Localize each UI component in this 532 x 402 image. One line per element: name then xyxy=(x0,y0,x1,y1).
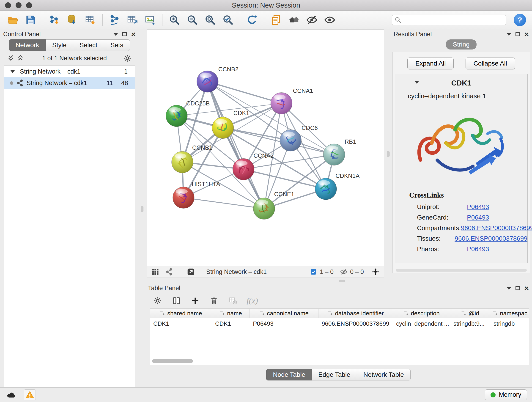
network-collection-row[interactable]: String Network – cdk1 1 xyxy=(4,66,135,77)
crosslink-link[interactable]: P06493 xyxy=(467,245,489,253)
network-node-cdc6[interactable] xyxy=(280,130,301,151)
delete-table-button[interactable] xyxy=(228,296,238,306)
crosslink-link[interactable]: P06493 xyxy=(467,214,489,221)
panel-float-icon[interactable] xyxy=(122,32,127,36)
crosslink-link[interactable]: 9606.ENSP00000378699 xyxy=(461,224,532,232)
copy-button[interactable] xyxy=(268,12,284,27)
new-network-button[interactable] xyxy=(106,12,123,27)
tab-sets[interactable]: Sets xyxy=(104,39,130,51)
show-details-button[interactable] xyxy=(322,12,338,27)
function-builder-button[interactable]: f(x) xyxy=(247,296,258,306)
panel-menu-icon[interactable] xyxy=(113,33,118,36)
table-horizontal-scrollbar[interactable] xyxy=(152,359,193,363)
column-header-canonical-name[interactable]: canonical name xyxy=(250,309,318,318)
tab-style[interactable]: Style xyxy=(46,39,73,51)
search-input[interactable] xyxy=(392,15,506,25)
birdseye-view-button[interactable] xyxy=(150,267,161,277)
column-header-description[interactable]: description xyxy=(393,309,450,318)
expand-all-icon[interactable] xyxy=(17,54,24,62)
table-row[interactable]: CDK1 CDK1 P06493 9606.ENSP00000378699 cy… xyxy=(150,318,529,329)
show-panels-button[interactable] xyxy=(286,12,302,27)
selected-checkbox-icon[interactable] xyxy=(310,268,317,275)
hide-details-button[interactable] xyxy=(304,12,320,27)
string-tab-badge[interactable]: String xyxy=(446,39,476,50)
zoom-fit-button[interactable] xyxy=(202,12,218,27)
splitter-handle[interactable] xyxy=(387,151,389,157)
panel-close-icon[interactable]: × xyxy=(131,30,136,38)
network-node-ccne1[interactable] xyxy=(253,198,275,219)
panel-menu-icon[interactable] xyxy=(506,287,511,290)
save-session-button[interactable] xyxy=(22,12,39,27)
network-edge[interactable] xyxy=(184,198,264,209)
help-button[interactable]: ? xyxy=(514,14,526,26)
network-node-ccnb1[interactable] xyxy=(172,151,193,173)
refresh-view-button[interactable] xyxy=(244,12,260,27)
tab-node-table[interactable]: Node Table xyxy=(266,369,312,380)
crosslink-link[interactable]: P06493 xyxy=(467,203,489,211)
crosslink-row: Pharos: P06493 xyxy=(395,244,527,254)
import-network-database-button[interactable] xyxy=(64,12,81,27)
section-collapse-icon[interactable] xyxy=(414,81,419,84)
crosslink-link[interactable]: 9606.ENSP00000378699 xyxy=(455,235,527,242)
show-columns-button[interactable] xyxy=(171,296,181,306)
network-node-cdkn1a[interactable] xyxy=(315,178,336,200)
add-column-button[interactable] xyxy=(190,296,200,306)
panel-float-icon[interactable] xyxy=(515,286,520,290)
network-options-gear-icon[interactable] xyxy=(123,54,132,63)
network-node-ccna2[interactable] xyxy=(233,158,254,180)
tab-network-table[interactable]: Network Table xyxy=(357,369,411,380)
collection-expand-icon[interactable] xyxy=(10,70,15,73)
export-network-view-button[interactable] xyxy=(186,267,196,277)
panel-menu-icon[interactable] xyxy=(506,33,511,36)
zoom-selected-button[interactable] xyxy=(220,12,236,27)
panel-close-icon[interactable]: × xyxy=(524,284,529,292)
warnings-button[interactable] xyxy=(24,389,36,400)
collapse-all-button[interactable]: Collapse All xyxy=(466,57,515,70)
column-header-name[interactable]: name xyxy=(212,309,250,318)
column-header-id[interactable]: @id xyxy=(450,309,490,318)
export-image-button[interactable] xyxy=(142,12,158,27)
minimize-window-button[interactable] xyxy=(16,2,22,8)
close-window-button[interactable] xyxy=(5,2,11,8)
network-node-ccnb2[interactable] xyxy=(197,71,218,92)
splitter-handle[interactable] xyxy=(339,280,345,282)
column-header-database-identifier[interactable]: database identifier xyxy=(318,309,393,318)
new-table-button[interactable] xyxy=(124,12,141,27)
zoom-window-button[interactable] xyxy=(26,2,32,8)
panel-float-icon[interactable] xyxy=(515,32,520,36)
network-node-cdk1[interactable] xyxy=(212,117,234,139)
cloud-status-button[interactable] xyxy=(5,389,17,400)
network-node-ccna1[interactable] xyxy=(271,93,292,114)
open-session-button[interactable] xyxy=(5,12,21,27)
memory-button[interactable]: Memory xyxy=(485,389,527,400)
fit-center-button[interactable] xyxy=(370,267,381,277)
network-edge[interactable] xyxy=(208,82,282,103)
network-type-button[interactable] xyxy=(164,267,174,277)
collapse-all-icon[interactable] xyxy=(7,54,15,62)
splitter-handle[interactable] xyxy=(141,206,143,212)
column-header-namespace[interactable]: namespac xyxy=(490,309,529,318)
column-header-shared-name[interactable]: shared name xyxy=(150,309,212,318)
network-edge[interactable] xyxy=(208,82,264,209)
network-node-hist1h1a[interactable] xyxy=(173,187,194,208)
hidden-eye-slash-icon[interactable] xyxy=(340,268,347,275)
delete-column-button[interactable] xyxy=(209,296,219,306)
import-network-file-button[interactable] xyxy=(46,12,63,27)
results-horizontal-scrollbar[interactable] xyxy=(396,269,527,272)
import-table-file-button[interactable] xyxy=(82,12,99,27)
tab-edge-table[interactable]: Edge Table xyxy=(312,369,357,380)
network-node-rb1[interactable] xyxy=(323,144,345,166)
tab-network[interactable]: Network xyxy=(9,39,46,51)
network-canvas[interactable]: CCNB2CCNA1CDC25BCDK1CDC6RB1CCNB1CCNA2CDK… xyxy=(147,29,384,266)
expand-all-button[interactable]: Expand All xyxy=(407,57,454,70)
network-node-cdc25b[interactable] xyxy=(166,105,187,127)
zoom-out-button[interactable] xyxy=(184,12,201,27)
crosslinks-heading: CrossLinks xyxy=(395,183,527,202)
zoom-in-button[interactable] xyxy=(166,12,183,27)
network-graph[interactable]: CCNB2CCNA1CDC25BCDK1CDC6RB1CCNB1CCNA2CDK… xyxy=(147,30,384,266)
network-row-selected[interactable]: String Network – cdk1 11 48 xyxy=(4,77,135,89)
protein-section-header[interactable]: CDK1 xyxy=(395,77,527,89)
tab-select[interactable]: Select xyxy=(73,39,104,51)
table-settings-button[interactable] xyxy=(152,296,163,306)
panel-close-icon[interactable]: × xyxy=(524,30,529,38)
